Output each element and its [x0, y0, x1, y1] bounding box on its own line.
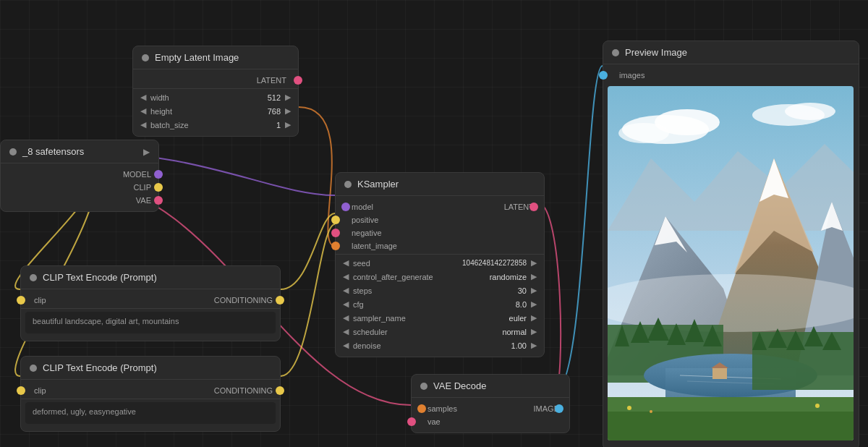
svg-point-37 — [650, 410, 652, 413]
denoise-arrow-right[interactable]: ▶ — [529, 341, 538, 350]
seed-value: 1046248142272858 — [462, 259, 527, 267]
ksampler-model-connector[interactable] — [341, 203, 350, 211]
vae-decode-samples-connector[interactable] — [417, 404, 426, 413]
cag-label: control_after_generate — [353, 273, 487, 281]
checkpoint-vae-label: VAE — [8, 196, 151, 205]
checkpoint-vae-connector[interactable] — [154, 196, 163, 205]
checkpoint-play-btn[interactable]: ▶ — [143, 147, 150, 157]
ksampler-negative-label: negative — [346, 229, 382, 237]
width-arrow-left[interactable]: ◀ — [139, 93, 148, 102]
width-arrow-right[interactable]: ▶ — [284, 93, 292, 102]
denoise-label: denoise — [353, 341, 495, 350]
ksampler-latent-input-connector[interactable] — [331, 242, 340, 250]
vae-decode-title: VAE Decode — [433, 380, 486, 391]
batch-arrow-left[interactable]: ◀ — [139, 120, 148, 129]
empty-latent-output-connector[interactable] — [294, 76, 302, 85]
empty-latent-height-control[interactable]: ◀ height 768 ▶ — [133, 104, 298, 118]
cfg-arrow-right[interactable]: ▶ — [529, 299, 538, 309]
seed-arrow-right[interactable]: ▶ — [529, 258, 538, 268]
vae-decode-node: VAE Decode samples IMAGE vae — [411, 374, 570, 433]
height-arrow-right[interactable]: ▶ — [284, 106, 292, 116]
vae-decode-header: VAE Decode — [412, 375, 569, 398]
ksampler-seed-control[interactable]: ◀ seed 1046248142272858 ▶ — [336, 256, 544, 270]
svg-point-14 — [608, 274, 854, 332]
ksampler-scheduler-control[interactable]: ◀ scheduler normal ▶ — [336, 325, 544, 339]
vae-decode-content: samples IMAGE vae — [412, 398, 569, 433]
checkpoint-clip-connector[interactable] — [154, 183, 163, 192]
vae-decode-image-connector[interactable] — [555, 404, 563, 413]
steps-arrow-right[interactable]: ▶ — [529, 286, 538, 295]
svg-point-36 — [627, 406, 631, 410]
empty-latent-title: Empty Latent Image — [155, 52, 239, 63]
clip-positive-output-connector[interactable] — [276, 296, 284, 305]
ksampler-status-dot — [344, 181, 352, 188]
empty-latent-output-row: LATENT — [133, 74, 298, 87]
clip-negative-header: CLIP Text Encode (Prompt) — [21, 357, 280, 380]
steps-arrow-left[interactable]: ◀ — [341, 286, 350, 295]
steps-label: steps — [353, 286, 495, 295]
height-value: 768 — [252, 107, 281, 116]
svg-rect-33 — [608, 412, 854, 440]
empty-latent-batch-control[interactable]: ◀ batch_size 1 ▶ — [133, 118, 298, 132]
cfg-arrow-left[interactable]: ◀ — [341, 299, 350, 309]
checkpoint-title: _8 safetensors — [22, 146, 84, 157]
empty-latent-header: Empty Latent Image — [133, 46, 298, 69]
height-arrow-left[interactable]: ◀ — [139, 106, 148, 116]
preview-image-header: Preview Image — [603, 41, 859, 64]
clip-negative-clip-connector[interactable] — [17, 386, 25, 395]
clip-positive-clip-connector[interactable] — [17, 296, 25, 305]
empty-latent-status-dot — [142, 54, 149, 61]
width-value: 512 — [252, 93, 281, 102]
vae-decode-vae-connector[interactable] — [407, 417, 416, 426]
denoise-value: 1.00 — [498, 341, 527, 350]
vae-decode-samples-label: samples — [422, 404, 457, 413]
ksampler-steps-control[interactable]: ◀ steps 30 ▶ — [336, 284, 544, 297]
batch-arrow-right[interactable]: ▶ — [284, 120, 292, 129]
ksampler-sampler-name-control[interactable]: ◀ sampler_name euler ▶ — [336, 311, 544, 325]
ksampler-cfg-control[interactable]: ◀ cfg 8.0 ▶ — [336, 297, 544, 311]
checkpoint-model-connector[interactable] — [154, 170, 163, 179]
clip-positive-content: clip CONDITIONING beautiful landscape, d… — [21, 289, 280, 341]
clip-negative-title: CLIP Text Encode (Prompt) — [43, 362, 157, 373]
clip-negative-clip-label: clip — [28, 386, 214, 395]
width-label: width — [150, 93, 249, 102]
scheduler-arrow-left[interactable]: ◀ — [341, 327, 350, 336]
sampler-arrow-left[interactable]: ◀ — [341, 313, 350, 323]
clip-negative-output-connector[interactable] — [276, 386, 284, 395]
ksampler-divider — [336, 254, 544, 255]
ksampler-negative-connector[interactable] — [331, 229, 340, 237]
ksampler-node: KSampler model LATENT positive negative — [335, 172, 545, 357]
steps-value: 30 — [498, 286, 527, 295]
scheduler-value: normal — [498, 328, 527, 336]
clip-negative-divider — [21, 399, 280, 399]
seed-arrow-left[interactable]: ◀ — [341, 258, 350, 268]
clip-positive-text[interactable]: beautiful landscape, digital art, mounta… — [25, 312, 276, 333]
checkpoint-clip-port: CLIP — [1, 181, 158, 194]
clip-positive-clip-label: clip — [28, 296, 214, 305]
ksampler-latent-output-connector[interactable] — [529, 203, 538, 211]
sampler-arrow-right[interactable]: ▶ — [529, 313, 538, 323]
cag-value: randomize — [490, 273, 527, 281]
cfg-label: cfg — [353, 300, 495, 309]
ksampler-positive-connector[interactable] — [331, 216, 340, 224]
svg-point-5 — [785, 103, 835, 120]
denoise-arrow-left[interactable]: ◀ — [341, 341, 350, 350]
preview-image-node: Preview Image images — [603, 41, 859, 447]
cag-arrow-right[interactable]: ▶ — [529, 272, 538, 281]
preview-image-display — [608, 86, 854, 440]
clip-positive-node: CLIP Text Encode (Prompt) clip CONDITION… — [20, 265, 281, 341]
ksampler-denoise-control[interactable]: ◀ denoise 1.00 ▶ — [336, 339, 544, 352]
sampler-name-value: euler — [498, 314, 527, 323]
ksampler-control-after-generate[interactable]: ◀ control_after_generate randomize ▶ — [336, 270, 544, 284]
clip-negative-text[interactable]: deformed, ugly, easynegative — [25, 402, 276, 424]
preview-images-connector[interactable] — [599, 71, 608, 80]
scheduler-arrow-right[interactable]: ▶ — [529, 327, 538, 336]
clip-negative-status-dot — [30, 365, 37, 372]
empty-latent-divider — [133, 88, 298, 89]
cag-arrow-left[interactable]: ◀ — [341, 272, 350, 281]
clip-negative-conditioning-label: CONDITIONING — [214, 386, 273, 395]
ksampler-title: KSampler — [357, 179, 399, 190]
empty-latent-width-control[interactable]: ◀ width 512 ▶ — [133, 90, 298, 104]
landscape-svg — [608, 86, 854, 440]
sampler-name-label: sampler_name — [353, 314, 495, 323]
